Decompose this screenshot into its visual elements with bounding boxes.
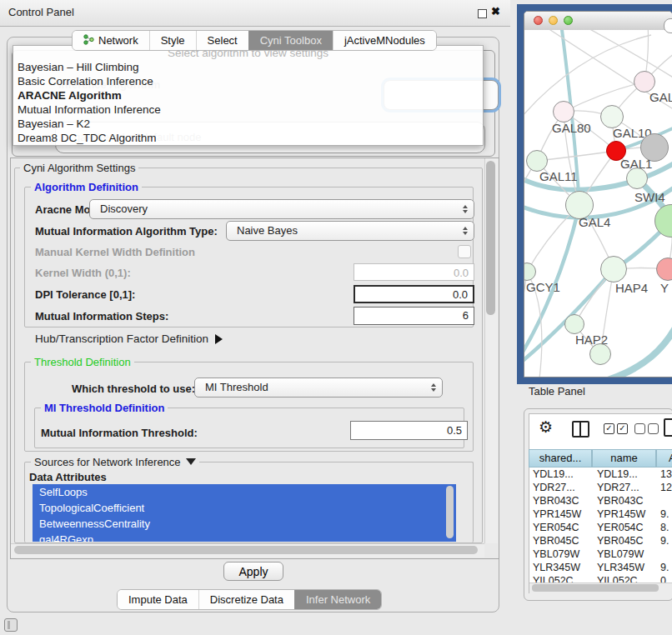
mi-steps-field[interactable]: 6 bbox=[354, 307, 474, 325]
minimize-window-icon[interactable] bbox=[549, 16, 558, 25]
tab-label: Infer Network bbox=[306, 593, 370, 606]
cell-value: 12 bbox=[657, 481, 672, 494]
manual-kernel-checkbox[interactable] bbox=[458, 245, 471, 258]
attributes-scrollbar-thumb[interactable] bbox=[446, 486, 454, 538]
attribute-item[interactable]: TopologicalCoefficient bbox=[33, 500, 456, 516]
mi-type-value: Naive Bayes bbox=[237, 224, 298, 237]
network-canvas[interactable]: GALGAL80GAL10GAL1GAL11SWI4GAL4GCY1HAP4YH… bbox=[524, 30, 672, 378]
close-panel-icon[interactable]: ✖ bbox=[491, 5, 500, 18]
zoom-window-icon[interactable] bbox=[564, 16, 573, 25]
kernel-width-field[interactable]: 0.0 bbox=[354, 263, 474, 281]
attribute-item[interactable]: gal4RGexp bbox=[33, 532, 456, 542]
cell-value bbox=[657, 548, 672, 561]
network-node[interactable] bbox=[654, 204, 672, 238]
gear-icon[interactable]: ⚙ bbox=[539, 418, 553, 437]
select-all-checkbox-icon[interactable] bbox=[604, 423, 614, 434]
table-row[interactable]: YBR045C YBR045C 9. bbox=[529, 534, 672, 548]
network-node[interactable] bbox=[564, 314, 584, 334]
tab-select[interactable]: Select bbox=[196, 31, 248, 50]
cell-value bbox=[657, 494, 672, 508]
apply-button[interactable]: Apply bbox=[223, 562, 283, 581]
table-horizontal-scrollbar-thumb[interactable] bbox=[532, 584, 659, 592]
tab-cyni-toolbox[interactable]: Cyni Toolbox bbox=[248, 31, 333, 50]
cell-value: 9. bbox=[657, 508, 672, 521]
table-panel-title: Table Panel bbox=[529, 385, 585, 398]
document-icon[interactable] bbox=[664, 418, 672, 437]
settings-horizontal-scrollbar-thumb[interactable] bbox=[14, 546, 478, 554]
which-threshold-value: MI Threshold bbox=[205, 381, 268, 393]
tab-network[interactable]: Network bbox=[73, 31, 149, 50]
tab-label: Cyni Toolbox bbox=[260, 34, 322, 47]
dropdown-item-aracne[interactable]: ARACNE Algorithm bbox=[13, 88, 483, 102]
close-window-icon[interactable] bbox=[534, 16, 543, 25]
threshold-definition-title: Threshold Definition bbox=[31, 356, 134, 368]
hub-definition-toggle[interactable]: Hub/Transcription Factor Definition bbox=[35, 332, 223, 345]
cell-value: 13 bbox=[657, 468, 672, 481]
table-row[interactable]: YPR145W YPR145W 9. bbox=[529, 508, 672, 521]
cell-name: YBL079W bbox=[593, 548, 657, 561]
tab-impute-data[interactable]: Impute Data bbox=[118, 590, 198, 609]
table-row[interactable]: YLR345W YLR345W 9. bbox=[529, 561, 672, 574]
kernel-width-label: Kernel Width (0,1): bbox=[35, 267, 131, 279]
table-row[interactable]: YBL079W YBL079W bbox=[529, 548, 672, 561]
dropdown-item-dream8[interactable]: Dream8 DC_TDC Algorithm bbox=[13, 131, 483, 145]
network-icon bbox=[83, 34, 94, 48]
tab-label: Discretize Data bbox=[210, 593, 283, 606]
sources-title: Sources for Network Inference bbox=[34, 456, 181, 468]
cyni-algorithm-settings-title: Cyni Algorithm Settings bbox=[20, 162, 138, 174]
column-header-partial[interactable]: A bbox=[656, 449, 672, 468]
columns-icon[interactable] bbox=[572, 421, 589, 438]
network-node-label: GAL11 bbox=[539, 169, 578, 183]
tab-discretize-data[interactable]: Discretize Data bbox=[198, 590, 294, 609]
mi-threshold-field[interactable]: 0.5 bbox=[350, 421, 468, 440]
table-row[interactable]: YER054C YER054C 8. bbox=[529, 521, 672, 534]
dock-panel-icon[interactable] bbox=[4, 618, 18, 632]
deselect-all-checkbox-icon[interactable] bbox=[648, 423, 659, 434]
sources-toggle[interactable]: Sources for Network Inference bbox=[31, 456, 199, 468]
table-row[interactable]: YDL19... YDL19... 13 bbox=[529, 468, 672, 481]
tab-infer-network[interactable]: Infer Network bbox=[294, 590, 381, 609]
select-all-checkbox-icon[interactable] bbox=[617, 423, 628, 434]
data-attributes-label: Data Attributes bbox=[29, 471, 107, 483]
network-node[interactable] bbox=[589, 343, 611, 365]
data-attributes-list[interactable]: SelfLoops TopologicalCoefficient Between… bbox=[33, 484, 456, 542]
table-row[interactable]: YDR27... YDR27... 12 bbox=[529, 481, 672, 494]
network-node-label: SWI4 bbox=[634, 190, 665, 204]
network-node[interactable] bbox=[553, 101, 574, 122]
network-node[interactable] bbox=[600, 105, 624, 128]
network-view-window[interactable]: GALGAL80GAL10GAL1GAL11SWI4GAL4GCY1HAP4YH… bbox=[524, 11, 672, 378]
cell-name: YDL19... bbox=[593, 468, 657, 481]
column-header-shared-name[interactable]: shared... bbox=[529, 449, 592, 468]
attribute-item[interactable]: BetweennessCentrality bbox=[33, 516, 456, 532]
dropdown-item-bayesian-k2[interactable]: Bayesian – K2 bbox=[13, 117, 483, 131]
network-search-box[interactable] bbox=[664, 18, 672, 33]
network-node-label: GAL80 bbox=[552, 121, 591, 135]
tab-jactivemnodules[interactable]: jActiveMNodules bbox=[333, 31, 436, 50]
float-panel-icon[interactable] bbox=[478, 9, 487, 18]
table-row[interactable]: YBR043C YBR043C bbox=[529, 494, 672, 508]
tab-style[interactable]: Style bbox=[149, 31, 196, 50]
spinner-arrows-icon bbox=[463, 205, 468, 213]
tab-label: Select bbox=[208, 34, 238, 47]
mi-type-combo[interactable]: Naive Bayes bbox=[226, 221, 474, 241]
attribute-item[interactable]: SelfLoops bbox=[33, 484, 456, 500]
dpi-tolerance-field[interactable]: 0.0 bbox=[354, 285, 474, 303]
network-node-label: GAL bbox=[649, 90, 672, 104]
column-header-name[interactable]: name bbox=[592, 449, 656, 468]
bottom-tabs: Impute Data Discretize Data Infer Networ… bbox=[117, 589, 382, 610]
spinner-arrows-icon bbox=[431, 383, 436, 392]
network-node[interactable] bbox=[600, 256, 627, 282]
dropdown-item-bayesian-hill-climbing[interactable]: Bayesian – Hill Climbing bbox=[13, 60, 483, 74]
network-node[interactable] bbox=[626, 168, 648, 189]
tab-label: Style bbox=[161, 34, 185, 47]
cell-name: YPR145W bbox=[593, 508, 657, 521]
deselect-all-checkbox-icon[interactable] bbox=[634, 423, 645, 434]
settings-vertical-scrollbar-thumb[interactable] bbox=[486, 161, 495, 315]
dropdown-item-mutual-information[interactable]: Mutual Information Inference bbox=[13, 102, 483, 117]
network-node[interactable] bbox=[524, 262, 536, 281]
network-node[interactable] bbox=[656, 258, 672, 281]
dropdown-item-basic-correlation[interactable]: Basic Correlation Inference bbox=[13, 74, 483, 88]
aracne-mode-combo[interactable]: Discovery bbox=[89, 199, 474, 219]
cell-name: YER054C bbox=[593, 521, 657, 534]
which-threshold-combo[interactable]: MI Threshold bbox=[194, 378, 443, 398]
